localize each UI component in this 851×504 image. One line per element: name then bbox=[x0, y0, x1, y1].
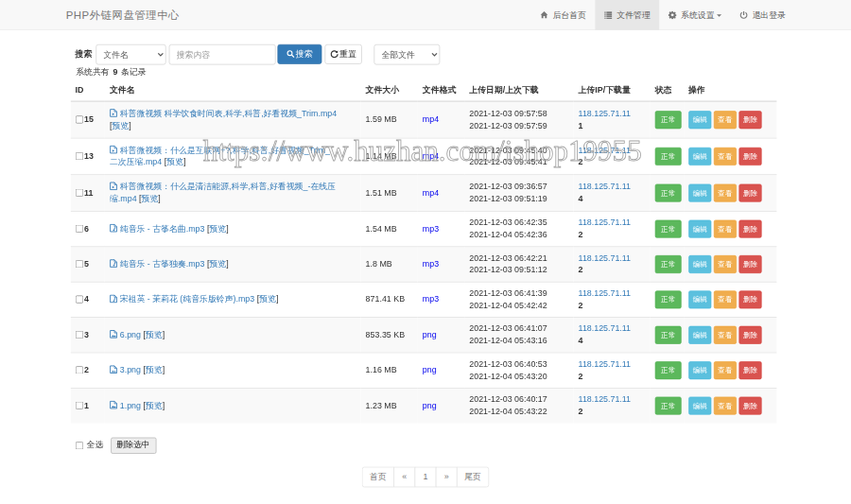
row-id: 2 bbox=[84, 365, 89, 374]
file-name-link[interactable]: 1.png bbox=[120, 400, 141, 409]
file-name-link[interactable]: 6.png bbox=[120, 329, 141, 339]
search-field-select[interactable]: 文件名 bbox=[96, 44, 165, 65]
status-normal-button[interactable]: 正常 bbox=[655, 220, 682, 238]
status-normal-button[interactable]: 正常 bbox=[655, 326, 682, 344]
delete-button[interactable]: 删除 bbox=[738, 361, 761, 379]
edit-button[interactable]: 编辑 bbox=[688, 396, 711, 414]
preview-link[interactable]: 预览 bbox=[259, 294, 276, 304]
preview-link[interactable]: 预览 bbox=[146, 365, 163, 374]
file-format-link[interactable]: mp3 bbox=[423, 223, 439, 233]
edit-button[interactable]: 编辑 bbox=[688, 326, 711, 344]
preview-link[interactable]: 预览 bbox=[166, 157, 183, 166]
row-checkbox[interactable] bbox=[76, 152, 83, 160]
status-normal-button[interactable]: 正常 bbox=[655, 396, 682, 414]
file-format-link[interactable]: png bbox=[423, 365, 437, 374]
file-name-link[interactable]: 宋祖英 - 茉莉花 (纯音乐版铃声).mp3 bbox=[120, 294, 254, 304]
upload-ip-link[interactable]: 118.125.71.11 bbox=[579, 217, 631, 227]
nav-item-system-settings[interactable]: 系统设置 bbox=[659, 0, 730, 30]
edit-button[interactable]: 编辑 bbox=[688, 220, 711, 238]
edit-button[interactable]: 编辑 bbox=[688, 111, 711, 129]
page-next[interactable]: » bbox=[436, 467, 457, 488]
last-download-date: 2021-12-03 09:45:41 bbox=[469, 156, 568, 168]
file-format-link[interactable]: mp3 bbox=[423, 294, 439, 304]
file-format-link[interactable]: mp4 bbox=[423, 187, 439, 197]
select-all-checkbox[interactable] bbox=[76, 442, 83, 449]
file-format-link[interactable]: mp4 bbox=[423, 151, 439, 161]
row-checkbox[interactable] bbox=[76, 295, 83, 303]
nav-item-file-management[interactable]: 文件管理 bbox=[596, 0, 660, 30]
edit-button[interactable]: 编辑 bbox=[688, 361, 711, 379]
file-name-link[interactable]: 纯音乐 - 古筝名曲.mp3 bbox=[120, 223, 205, 233]
row-checkbox[interactable] bbox=[76, 366, 83, 374]
preview-link[interactable]: 预览 bbox=[142, 194, 159, 203]
preview-link[interactable]: 预览 bbox=[146, 329, 163, 339]
search-input[interactable] bbox=[168, 44, 275, 65]
view-button[interactable]: 查看 bbox=[714, 255, 737, 273]
view-button[interactable]: 查看 bbox=[714, 184, 737, 202]
nav-item-logout[interactable]: 退出登录 bbox=[731, 0, 795, 30]
row-checkbox[interactable] bbox=[76, 401, 83, 408]
view-button[interactable]: 查看 bbox=[714, 326, 737, 344]
upload-ip-link[interactable]: 118.125.71.11 bbox=[579, 109, 631, 118]
file-format-link[interactable]: png bbox=[423, 329, 437, 339]
preview-link[interactable]: 预览 bbox=[112, 120, 129, 130]
file-name-link[interactable]: 纯音乐 - 古筝独奏.mp3 bbox=[120, 259, 205, 269]
edit-button[interactable]: 编辑 bbox=[688, 148, 711, 165]
status-normal-button[interactable]: 正常 bbox=[655, 148, 682, 165]
upload-ip-link[interactable]: 118.125.71.11 bbox=[579, 394, 631, 404]
file-type-select[interactable]: 全部文件 bbox=[373, 44, 440, 65]
delete-button[interactable]: 删除 bbox=[738, 220, 761, 238]
upload-ip-link[interactable]: 118.125.71.11 bbox=[579, 182, 631, 191]
file-format-link[interactable]: png bbox=[423, 400, 437, 409]
upload-ip-link[interactable]: 118.125.71.11 bbox=[579, 358, 631, 368]
page-1[interactable]: 1 bbox=[415, 467, 436, 488]
edit-button[interactable]: 编辑 bbox=[688, 290, 711, 308]
upload-ip-link[interactable]: 118.125.71.11 bbox=[579, 288, 631, 298]
page-first[interactable]: 首页 bbox=[362, 467, 394, 488]
row-checkbox[interactable] bbox=[76, 225, 83, 233]
file-name-link[interactable]: 3.png bbox=[120, 365, 141, 374]
status-normal-button[interactable]: 正常 bbox=[655, 255, 682, 273]
file-name-link[interactable]: 科普微视频：什么是互联网+?,科学,科普,好看视频_Trim_二次压缩.mp4 bbox=[110, 145, 330, 166]
upload-ip-link[interactable]: 118.125.71.11 bbox=[579, 323, 631, 333]
navbar-brand[interactable]: PHP外链网盘管理中心 bbox=[66, 0, 180, 30]
file-format-link[interactable]: mp4 bbox=[423, 114, 439, 124]
view-button[interactable]: 查看 bbox=[714, 290, 737, 308]
view-button[interactable]: 查看 bbox=[714, 220, 737, 238]
view-button[interactable]: 查看 bbox=[714, 148, 737, 165]
delete-button[interactable]: 删除 bbox=[738, 148, 761, 165]
search-button[interactable]: 搜索 bbox=[277, 44, 321, 65]
view-button[interactable]: 查看 bbox=[714, 396, 737, 414]
page-last[interactable]: 尾页 bbox=[458, 467, 490, 488]
status-normal-button[interactable]: 正常 bbox=[655, 290, 682, 308]
row-checkbox[interactable] bbox=[76, 260, 83, 268]
nav-item-admin-home[interactable]: 后台首页 bbox=[531, 0, 596, 30]
delete-button[interactable]: 删除 bbox=[738, 255, 761, 273]
preview-link[interactable]: 预览 bbox=[209, 259, 226, 269]
preview-link[interactable]: 预览 bbox=[209, 223, 226, 233]
status-normal-button[interactable]: 正常 bbox=[655, 184, 682, 202]
file-format-link[interactable]: mp3 bbox=[423, 259, 439, 269]
edit-button[interactable]: 编辑 bbox=[688, 255, 711, 273]
delete-button[interactable]: 删除 bbox=[738, 290, 761, 308]
upload-ip-link[interactable]: 118.125.71.11 bbox=[579, 252, 631, 262]
delete-button[interactable]: 删除 bbox=[738, 111, 761, 129]
view-button[interactable]: 查看 bbox=[714, 111, 737, 129]
delete-button[interactable]: 删除 bbox=[738, 326, 761, 344]
upload-ip-link[interactable]: 118.125.71.11 bbox=[579, 145, 631, 154]
row-checkbox[interactable] bbox=[76, 115, 83, 123]
row-id: 4 bbox=[84, 294, 89, 304]
preview-link[interactable]: 预览 bbox=[146, 400, 163, 409]
status-normal-button[interactable]: 正常 bbox=[655, 111, 682, 129]
delete-selected-button[interactable]: 删除选中 bbox=[111, 437, 156, 453]
delete-button[interactable]: 删除 bbox=[738, 184, 761, 202]
view-button[interactable]: 查看 bbox=[714, 361, 737, 379]
page-prev[interactable]: « bbox=[394, 467, 415, 488]
edit-button[interactable]: 编辑 bbox=[688, 184, 711, 202]
file-name-link[interactable]: 科普微视频 科学饮食时间表,科学,科普,好看视频_Trim.mp4 bbox=[120, 109, 337, 118]
reset-button[interactable]: 重置 bbox=[324, 44, 361, 65]
delete-button[interactable]: 删除 bbox=[738, 396, 761, 414]
status-normal-button[interactable]: 正常 bbox=[655, 361, 682, 379]
row-checkbox[interactable] bbox=[76, 189, 83, 197]
row-checkbox[interactable] bbox=[76, 331, 83, 339]
